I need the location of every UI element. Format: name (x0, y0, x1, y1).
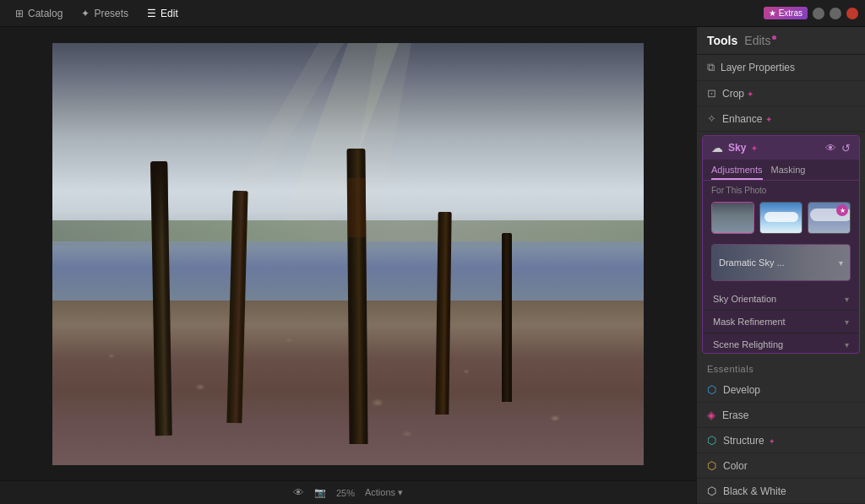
extras-icon: ★ (769, 8, 776, 18)
tab-masking[interactable]: Masking (771, 165, 806, 180)
crop-label: Crop ✦ (722, 88, 753, 100)
panel-header: Tools Edits (697, 27, 865, 55)
actions-label[interactable]: Actions ▾ (365, 487, 403, 498)
sky-icon: ☁ (711, 141, 723, 154)
structure-icon: ⬡ (707, 434, 716, 447)
presets-icon: ✦ (81, 8, 90, 19)
photo-scene (52, 43, 644, 465)
black-white-label: Black & White (723, 485, 786, 497)
main-area: 👁 📷 25% Actions ▾ Tools Edits ⧉ Layer Pr… (0, 27, 865, 504)
scene-relighting-label: Scene Relighting (713, 339, 783, 350)
scene-relighting-row[interactable]: Scene Relighting ▾ (703, 333, 859, 354)
sky-thumb-3[interactable]: ★ (808, 202, 851, 234)
essentials-header: Essentials (697, 357, 865, 377)
enhance-label: Enhance ✦ (722, 113, 772, 125)
minimize-button[interactable]: − (813, 8, 824, 19)
sky-visibility-btn[interactable]: 👁 (825, 142, 836, 154)
right-panel: Tools Edits ⧉ Layer Properties ⊡ Crop ✦ … (696, 27, 865, 504)
layers-icon: ⧉ (707, 61, 715, 74)
sky-orientation-row[interactable]: Sky Orientation ▾ (703, 288, 859, 311)
scene-relighting-chevron: ▾ (845, 340, 849, 350)
status-bar: 👁 📷 25% Actions ▾ (0, 480, 696, 504)
sky-thumbnails: ★ (703, 198, 859, 241)
erase-label: Erase (722, 409, 748, 421)
presets-label: Presets (94, 8, 128, 19)
edit-icon: ☰ (147, 8, 156, 19)
sky-title: Sky ✦ (728, 142, 758, 154)
mask-refinement-chevron: ▾ (845, 317, 849, 327)
edit-label: Edit (160, 8, 178, 19)
erase-icon: ◈ (707, 409, 715, 421)
catalog-icon: ⊞ (15, 8, 24, 19)
dramatic-sky-dropdown[interactable]: Dramatic Sky ... ▾ (711, 244, 851, 281)
color-icon: ⬡ (707, 459, 716, 472)
eye-icon: 👁 (293, 486, 304, 499)
extras-badge[interactable]: ★ Extras (764, 7, 808, 19)
post-5 (502, 233, 512, 402)
extras-label: Extras (779, 8, 802, 18)
zoom-level: 25% (336, 488, 355, 498)
layer-properties-row[interactable]: ⧉ Layer Properties (697, 55, 865, 81)
tab-tools[interactable]: Tools (707, 34, 737, 47)
mask-refinement-label: Mask Refinement (713, 317, 786, 327)
close-button[interactable]: ✕ (846, 8, 858, 19)
nav-edit[interactable]: ☰ Edit (139, 4, 187, 23)
color-label: Color (723, 460, 748, 472)
tab-edits[interactable]: Edits (744, 34, 776, 47)
top-bar-left: ⊞ Catalog ✦ Presets ☰ Edit (7, 4, 187, 23)
layer-properties-label: Layer Properties (721, 62, 795, 73)
erase-row[interactable]: ◈ Erase (697, 403, 865, 428)
edits-dot (772, 35, 776, 40)
sky-reset-btn[interactable]: ↺ (841, 142, 851, 154)
mask-refinement-row[interactable]: Mask Refinement ▾ (703, 311, 859, 333)
dramatic-chevron-icon: ▾ (839, 258, 843, 268)
canvas-wrapper[interactable] (0, 27, 696, 480)
top-nav: ⊞ Catalog ✦ Presets ☰ Edit (7, 4, 187, 23)
sky-header: ☁ Sky ✦ 👁 ↺ (703, 136, 859, 160)
thumb-badge: ★ (836, 204, 848, 216)
nav-presets[interactable]: ✦ Presets (73, 4, 137, 23)
enhance-icon: ✧ (707, 112, 716, 125)
photo-info-icon: 📷 (314, 487, 326, 498)
crop-row[interactable]: ⊡ Crop ✦ (697, 81, 865, 106)
canvas-area: 👁 📷 25% Actions ▾ (0, 27, 696, 504)
post-3 (346, 148, 367, 443)
sky-section: ☁ Sky ✦ 👁 ↺ Adjustments Masking For This… (702, 135, 860, 354)
develop-icon: ⬡ (707, 383, 716, 396)
enhance-row[interactable]: ✧ Enhance ✦ (697, 106, 865, 132)
top-bar: ⊞ Catalog ✦ Presets ☰ Edit ★ Extras − ❐ … (0, 0, 865, 27)
develop-label: Develop (723, 384, 760, 396)
sky-orientation-label: Sky Orientation (713, 294, 776, 304)
nav-catalog[interactable]: ⊞ Catalog (7, 4, 71, 23)
sky-orientation-chevron: ▾ (845, 295, 849, 304)
top-bar-right: ★ Extras − ❐ ✕ (764, 7, 858, 19)
photo-container[interactable] (52, 43, 644, 465)
tab-adjustments[interactable]: Adjustments (711, 165, 763, 180)
sky-thumb-2[interactable] (759, 202, 802, 234)
dramatic-sky-label: Dramatic Sky ... (719, 257, 785, 268)
black-white-icon: ⬡ (707, 485, 716, 497)
sky-actions: 👁 ↺ (825, 142, 851, 154)
sky-inner-tabs: Adjustments Masking (703, 160, 859, 181)
catalog-label: Catalog (28, 8, 63, 19)
for-this-photo-label: For This Photo (703, 181, 859, 198)
black-white-row[interactable]: ⬡ Black & White (697, 479, 865, 504)
structure-label: Structure ✦ (723, 435, 775, 447)
post-4 (435, 211, 451, 414)
restore-button[interactable]: ❐ (830, 8, 841, 19)
structure-row[interactable]: ⬡ Structure ✦ (697, 428, 865, 453)
color-row[interactable]: ⬡ Color (697, 453, 865, 479)
sky-thumb-1[interactable] (711, 202, 754, 234)
develop-row[interactable]: ⬡ Develop (697, 377, 865, 403)
crop-icon: ⊡ (707, 87, 716, 100)
